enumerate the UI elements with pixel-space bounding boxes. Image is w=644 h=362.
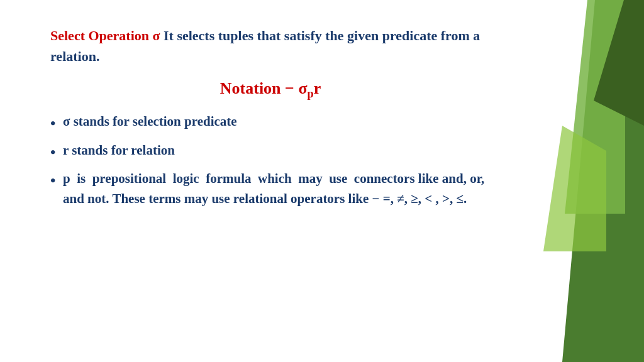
bullet-list: σ stands for selection predicate r stand…: [50, 112, 491, 209]
slide: Select Operation σ It selects tuples tha…: [0, 0, 644, 362]
bullet-item-r: r stands for relation: [50, 141, 491, 161]
deco-shape-2: [550, 0, 625, 214]
deco-shape-3: [594, 0, 644, 126]
bullet-sigma-text: σ stands for selection predicate: [63, 114, 237, 129]
decorative-background: [518, 0, 644, 362]
notation-heading: Notation − σpr: [50, 79, 491, 101]
notation-label: Notation − σpr: [220, 79, 321, 97]
deco-shape-1: [562, 0, 644, 362]
intro-paragraph: Select Operation σ It selects tuples tha…: [50, 25, 491, 67]
slide-content: Select Operation σ It selects tuples tha…: [0, 0, 522, 362]
bullet-r-text: r stands for relation: [63, 143, 175, 158]
bullet-item-sigma: σ stands for selection predicate: [50, 112, 491, 132]
intro-red-text: Select Operation σ: [50, 28, 160, 43]
bullet-item-p: p is prepositional logic formula which m…: [50, 169, 491, 209]
bullet-p-text: p is prepositional logic formula which m…: [63, 171, 484, 206]
deco-shape-4: [543, 126, 606, 251]
